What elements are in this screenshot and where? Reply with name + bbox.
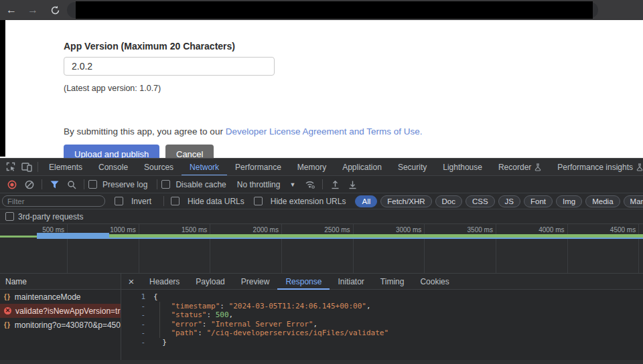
left-redaction (0, 20, 5, 157)
filter-chip-font[interactable]: Font (524, 195, 553, 207)
preserve-log-label: Preserve log (102, 180, 147, 189)
third-party-label: 3rd-party requests (18, 212, 83, 221)
timeline-tick-label: 4000 ms (496, 226, 565, 234)
line-number: - (121, 338, 153, 347)
filter-chip-js[interactable]: JS (498, 195, 520, 207)
filter-chip-media[interactable]: Media (585, 195, 620, 207)
devtools-tabbar: ElementsConsoleSourcesNetworkPerformance… (0, 159, 643, 176)
chevron-down-icon: ▼ (289, 181, 295, 188)
browser-toolbar: ← → (0, 0, 643, 20)
line-number: - (121, 302, 153, 311)
devtools-tab-console[interactable]: Console (90, 159, 136, 176)
filter-chip-manifest[interactable]: Manifest (624, 195, 643, 207)
devtools-tab-network[interactable]: Network (182, 159, 227, 176)
devtools-tab-sources[interactable]: Sources (136, 159, 182, 176)
detail-tab-initiator[interactable]: Initiator (330, 274, 372, 290)
detail-tab-preview[interactable]: Preview (233, 274, 278, 290)
response-body-view: 1{- "timestamp": "2024-03-05T11:24:06.14… (121, 290, 643, 364)
app-version-label: App Version (Maximum 20 Characters) (64, 41, 235, 52)
inspect-icon[interactable] (3, 161, 19, 173)
name-column-header[interactable]: Name (0, 274, 121, 290)
device-toolbar-icon[interactable] (19, 161, 35, 173)
xhr-request-icon: {} (4, 321, 11, 329)
export-har-icon[interactable] (344, 179, 360, 191)
code-line: - "status": 500, (121, 310, 643, 320)
back-icon[interactable]: ← (4, 3, 19, 17)
detail-tab-timing[interactable]: Timing (372, 274, 413, 290)
timeline-gridline (638, 224, 639, 273)
divider (42, 179, 42, 189)
filter-funnel-icon[interactable] (46, 179, 62, 191)
hide-extension-urls-label: Hide extension URLs (271, 197, 346, 206)
network-conditions-icon[interactable] (302, 179, 318, 191)
invert-label: Invert (131, 197, 151, 206)
search-icon[interactable] (64, 179, 80, 191)
timeline-tick-label: 3500 ms (425, 226, 493, 234)
filter-chip-all[interactable]: All (355, 195, 377, 207)
disable-cache-label: Disable cache (175, 180, 226, 189)
divider (157, 179, 157, 189)
request-name: maintenanceMode (15, 292, 81, 302)
waterfall-blue-line (109, 238, 643, 240)
preserve-log-checkbox[interactable] (88, 180, 97, 189)
network-toolbar: Preserve log Disable cache No throttling… (0, 176, 643, 193)
devtools-tab-recorder[interactable]: Recorder (490, 159, 549, 176)
hide-extension-urls-checkbox[interactable] (254, 197, 263, 205)
request-row[interactable]: {}maintenanceMode (0, 290, 121, 304)
latest-version-note: (Latest app version: 1.0.7) (64, 84, 161, 93)
license-agreement-link[interactable]: Developer License Agreement and Terms of… (226, 126, 423, 136)
network-overview-timeline[interactable]: 500 ms1000 ms1500 ms2000 ms2500 ms3000 m… (0, 224, 643, 274)
close-icon[interactable]: × (121, 276, 141, 287)
import-har-icon[interactable] (327, 179, 343, 191)
third-party-row: 3rd-party requests (0, 209, 643, 224)
throttling-select[interactable]: No throttling ▼ (237, 180, 296, 189)
flask-icon (534, 163, 541, 171)
devtools-tab-application[interactable]: Application (334, 159, 390, 176)
detail-tab-cookies[interactable]: Cookies (412, 274, 457, 290)
code-line: - "timestamp": "2024-03-05T11:24:06.145+… (121, 302, 643, 311)
code-line: - "path": "/ciq-developerservices/iqFile… (121, 329, 643, 338)
code-line: 1{ (121, 292, 643, 302)
app-version-input[interactable] (64, 57, 275, 76)
line-number: - (121, 320, 153, 329)
code-line: - } (121, 338, 643, 347)
waterfall-blue-bar (37, 233, 109, 239)
error-status-icon: ✕ (4, 307, 11, 314)
reload-icon[interactable] (47, 4, 63, 16)
filter-input[interactable] (2, 195, 105, 207)
devtools-tab-lighthouse[interactable]: Lighthouse (435, 159, 490, 176)
devtools-tab-performance[interactable]: Performance (227, 159, 289, 176)
request-row[interactable]: ✕validate?isNewAppVersion=tru... (0, 304, 121, 318)
request-row[interactable]: {}monitoring?o=430870&p=450... (0, 318, 121, 332)
filter-chip-doc[interactable]: Doc (435, 195, 462, 207)
divider (38, 162, 38, 172)
line-number: 1 (121, 292, 153, 302)
devtools-tab-security[interactable]: Security (390, 159, 435, 176)
request-name: validate?isNewAppVersion=tru... (15, 306, 121, 316)
hide-data-urls-checkbox[interactable] (171, 197, 180, 205)
forward-icon[interactable]: → (25, 3, 40, 17)
record-icon[interactable] (4, 179, 20, 191)
filter-chip-fetch-xhr[interactable]: Fetch/XHR (380, 195, 431, 207)
divider (163, 196, 164, 206)
devtools-tab-memory[interactable]: Memory (289, 159, 334, 176)
xhr-request-icon: {} (4, 293, 11, 300)
filter-chip-css[interactable]: CSS (466, 195, 495, 207)
network-filter-row: Invert Hide data URLs Hide extension URL… (0, 193, 643, 209)
timeline-tick-label: 2000 ms (210, 226, 279, 234)
devtools-tab-performance-insights[interactable]: Performance insights (549, 159, 643, 176)
invert-checkbox[interactable] (115, 197, 123, 205)
bottom-strip (0, 360, 643, 364)
disable-cache-checkbox[interactable] (161, 180, 170, 189)
detail-tab-payload[interactable]: Payload (188, 274, 232, 290)
detail-tab-headers[interactable]: Headers (141, 274, 188, 290)
devtools-tab-elements[interactable]: Elements (41, 159, 90, 176)
third-party-checkbox[interactable] (5, 212, 14, 221)
filter-chip-img[interactable]: Img (556, 195, 582, 207)
detail-tab-response[interactable]: Response (277, 274, 330, 290)
request-name: monitoring?o=430870&p=450... (15, 321, 121, 330)
line-number: - (121, 329, 153, 338)
clear-icon[interactable] (21, 179, 38, 191)
devtools-panel: ElementsConsoleSourcesNetworkPerformance… (0, 158, 643, 364)
page-content: App Version (Maximum 20 Characters) (Lat… (0, 20, 643, 158)
